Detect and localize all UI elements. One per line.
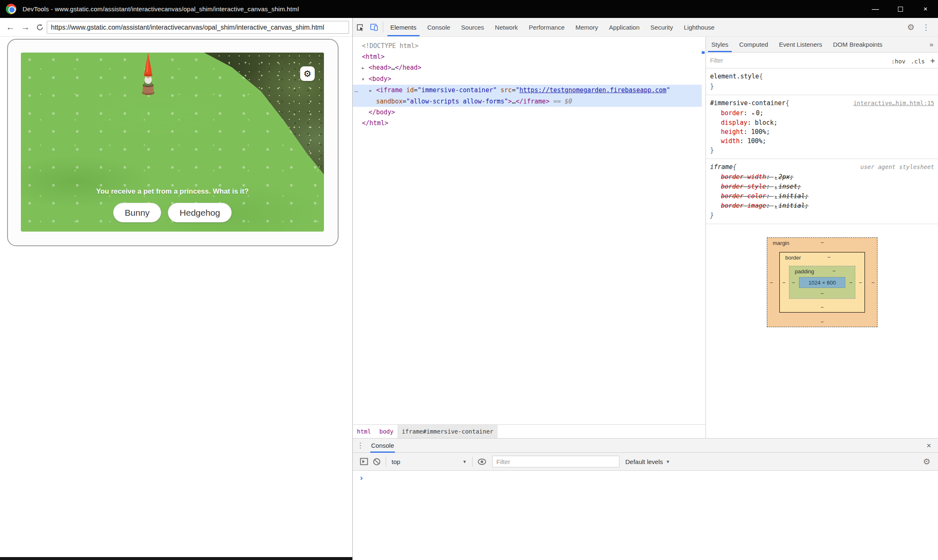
game-canvas: ⚙ You receive a pet from a princess. Wha… (21, 53, 324, 232)
customize-menu-button[interactable]: ⋮ (918, 23, 934, 32)
dom-tree-node[interactable]: <html> (353, 51, 705, 62)
collapsed-arrow-icon[interactable]: ▶ (362, 63, 369, 73)
console-sidebar-toggle[interactable] (358, 458, 370, 465)
expand-value-arrow-icon[interactable]: ▶ (774, 175, 778, 179)
css-rule: element.style {} (706, 68, 938, 95)
margin-bottom-value: − (821, 319, 824, 325)
code-token: … (391, 64, 395, 71)
url-input[interactable] (47, 21, 349, 34)
property-value: 2px (779, 173, 790, 181)
breadcrumb-html[interactable]: html (353, 425, 375, 438)
expand-value-arrow-icon[interactable]: ▶ (774, 185, 778, 189)
dom-tree-node[interactable]: </body> (353, 107, 705, 118)
css-property[interactable]: height: 100%; (710, 127, 934, 136)
sidebar-tab-event-listeners[interactable]: Event Listeners (774, 37, 827, 52)
reload-button[interactable] (36, 23, 45, 31)
dom-tree-node[interactable]: ▶<head>…</head> (353, 62, 705, 73)
tab-console[interactable]: Console (422, 18, 456, 36)
dom-tree-node[interactable]: <!DOCTYPE html> (353, 40, 705, 51)
console-prompt-chevron[interactable]: › (359, 473, 364, 482)
live-expression-button[interactable] (475, 459, 488, 465)
sidebar-tab-dom-breakpoints[interactable]: DOM Breakpoints (827, 37, 887, 52)
toolbar-separator (383, 22, 383, 33)
dom-tree-node[interactable]: </html> (353, 118, 705, 129)
expand-value-arrow-icon[interactable]: ▶ (751, 111, 756, 116)
rule-selector-line: #immersive-container {interactive…him.ht… (710, 98, 934, 108)
forward-button[interactable]: → (21, 22, 30, 32)
collapsed-arrow-icon[interactable]: ▶ (369, 85, 376, 96)
dom-tree-node[interactable]: …▶<iframe id="immersive-container" src="… (353, 85, 702, 96)
clear-console-icon (373, 458, 381, 466)
css-property[interactable]: border-style: ▶inset; (710, 182, 934, 192)
clear-console-button[interactable] (370, 458, 383, 466)
tab-application[interactable]: Application (604, 18, 645, 36)
code-token: id (402, 86, 414, 94)
close-brace: } (710, 82, 934, 91)
expand-value-arrow-icon[interactable]: ▶ (774, 204, 778, 208)
game-settings-button[interactable]: ⚙ (300, 66, 315, 81)
expand-value-arrow-icon[interactable]: ▶ (774, 194, 778, 199)
tab-performance[interactable]: Performance (523, 18, 570, 36)
tab-memory[interactable]: Memory (570, 18, 604, 36)
console-toolbar: top ▼ Default levels ▼ ⚙ (353, 453, 938, 471)
inspect-element-button[interactable] (353, 18, 367, 36)
sidebar-tab-styles[interactable]: Styles (706, 37, 734, 52)
tab-security[interactable]: Security (645, 18, 678, 36)
property-colon: : (740, 137, 747, 145)
dom-tree-node[interactable]: ▼<body> (353, 73, 705, 85)
drawer-menu-icon[interactable]: ⋮ (353, 439, 368, 452)
toggle-hov[interactable]: :hov (891, 58, 905, 65)
device-toolbar-button[interactable] (367, 18, 381, 36)
maximize-button[interactable] (888, 0, 913, 18)
css-selector[interactable]: element.style (710, 71, 759, 82)
css-selector[interactable]: #immersive-container (710, 98, 786, 108)
stylesheet-source-link[interactable]: interactive…him.html:15 (853, 98, 934, 108)
breadcrumb-iframe[interactable]: iframe#immersive-container (397, 425, 497, 438)
minimize-icon: — (872, 5, 879, 13)
choice-button-bunny[interactable]: Bunny (113, 203, 162, 222)
css-rule: #immersive-container {interactive…him.ht… (706, 95, 938, 159)
css-selector[interactable]: iframe (710, 162, 733, 172)
more-tabs-icon[interactable]: » (925, 37, 938, 52)
back-button[interactable]: ← (6, 22, 15, 32)
console-drawer-tab[interactable]: Console (370, 439, 395, 452)
box-model-diagram[interactable]: margin − − − − border − − − − padding − … (767, 237, 877, 327)
console-settings-button[interactable]: ⚙ (923, 457, 933, 467)
sidebar-tab-computed[interactable]: Computed (734, 37, 774, 52)
log-levels-select[interactable]: Default levels ▼ (625, 458, 670, 465)
css-property[interactable]: display: block; (710, 118, 934, 127)
tab-network[interactable]: Network (490, 18, 523, 36)
choice-button-hedgehog[interactable]: Hedgehog (168, 203, 232, 222)
javascript-context-select[interactable]: top ▼ (389, 458, 469, 465)
property-value: 100% (747, 137, 762, 145)
console-messages[interactable]: › (353, 471, 938, 560)
dom-tree-node[interactable]: sandbox="allow-scripts allow-forms">…</i… (353, 96, 702, 107)
css-property[interactable]: border-color: ▶initial; (710, 192, 934, 201)
breadcrumb-body[interactable]: body (375, 425, 398, 438)
css-property[interactable]: border-width: ▶2px; (710, 172, 934, 182)
property-colon: : (766, 192, 774, 200)
code-token: … (512, 98, 516, 105)
settings-gear-button[interactable]: ⚙ (903, 22, 918, 32)
code-token: </iframe> (516, 98, 549, 105)
tab-elements[interactable]: Elements (385, 18, 422, 36)
new-style-rule-button[interactable]: + (930, 56, 935, 65)
css-property[interactable]: width: 100%; (710, 136, 934, 146)
console-filter-input[interactable] (492, 456, 619, 467)
css-property[interactable]: border: ▶0; (710, 108, 934, 118)
expanded-arrow-icon[interactable]: ▼ (362, 74, 369, 85)
code-token: "immersive-container" (417, 86, 497, 94)
attribute-link[interactable]: https://testgnomegarden.firebaseapp.com (519, 86, 666, 94)
minimize-button[interactable]: — (863, 0, 888, 18)
window-title: DevTools - www.gstatic.com/assistant/int… (23, 5, 299, 13)
node-menu-icon[interactable]: … (354, 85, 359, 96)
toggle-cls[interactable]: .cls (911, 58, 925, 65)
tab-lighthouse[interactable]: Lighthouse (678, 18, 720, 36)
page-content: ⚙ You receive a pet from a princess. Wha… (0, 37, 352, 557)
tab-sources[interactable]: Sources (456, 18, 490, 36)
css-property[interactable]: border-image: ▶initial; (710, 201, 934, 211)
drawer-close-button[interactable]: × (920, 439, 938, 452)
styles-filter-input[interactable] (709, 55, 886, 66)
close-button[interactable]: × (913, 0, 938, 18)
property-semicolon: ; (760, 109, 764, 117)
